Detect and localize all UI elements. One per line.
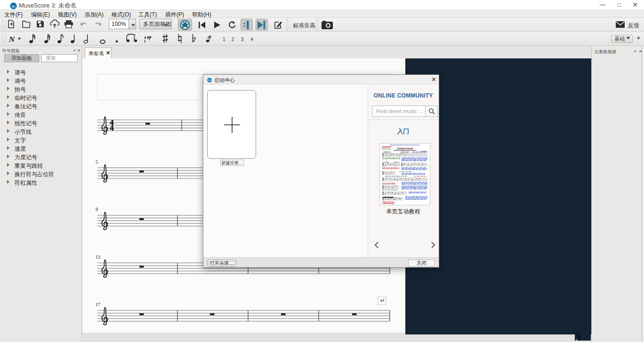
svg-text:9: 9	[96, 207, 98, 212]
svg-text:Getting Started: Getting Started	[397, 147, 413, 150]
svg-text:2: 2	[232, 37, 234, 42]
svg-text:m: m	[208, 78, 210, 81]
svg-text:4: 4	[250, 37, 253, 42]
svg-text:3: 3	[241, 37, 244, 42]
svg-text:m: m	[12, 4, 15, 8]
svg-text:1: 1	[223, 37, 225, 42]
svg-text:5: 5	[96, 159, 98, 164]
svg-text:17: 17	[96, 302, 100, 307]
svg-text:N: N	[8, 35, 15, 44]
svg-text:13: 13	[96, 254, 100, 260]
